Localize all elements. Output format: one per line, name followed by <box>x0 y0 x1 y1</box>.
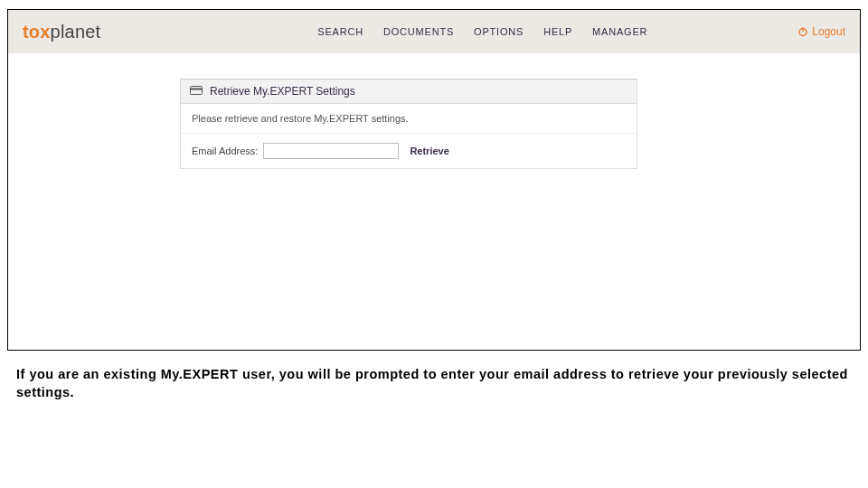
nav-search[interactable]: SEARCH <box>317 26 363 37</box>
panel-title: Retrieve My.EXPERT Settings <box>210 85 355 98</box>
retrieve-button[interactable]: Retrieve <box>410 145 448 156</box>
slide-caption: If you are an existing My.EXPERT user, y… <box>16 365 852 402</box>
app-frame: toxplanet SEARCH DOCUMENTS OPTIONS HELP … <box>7 9 861 351</box>
svg-rect-2 <box>191 87 203 95</box>
nav-options[interactable]: OPTIONS <box>474 26 524 37</box>
main-nav: SEARCH DOCUMENTS OPTIONS HELP MANAGER <box>317 26 647 37</box>
content-area: Retrieve My.EXPERT Settings Please retri… <box>8 53 860 169</box>
card-icon <box>190 85 203 98</box>
top-bar: toxplanet SEARCH DOCUMENTS OPTIONS HELP … <box>8 10 860 53</box>
brand-planet: planet <box>51 22 101 42</box>
nav-help[interactable]: HELP <box>543 26 572 37</box>
nav-manager[interactable]: MANAGER <box>592 26 647 37</box>
retrieve-settings-panel: Retrieve My.EXPERT Settings Please retri… <box>180 79 637 169</box>
email-field[interactable] <box>263 143 399 159</box>
power-icon <box>797 26 808 37</box>
brand-logo[interactable]: toxplanet <box>23 22 100 42</box>
logout-button[interactable]: Logout <box>797 25 845 38</box>
panel-form: Email Address: Retrieve <box>181 134 637 168</box>
brand-tox: tox <box>23 22 51 42</box>
svg-rect-3 <box>191 89 203 90</box>
panel-header: Retrieve My.EXPERT Settings <box>181 80 637 104</box>
logout-label: Logout <box>812 25 845 38</box>
email-label: Email Address: <box>192 145 258 156</box>
nav-documents[interactable]: DOCUMENTS <box>383 26 454 37</box>
panel-instruction: Please retrieve and restore My.EXPERT se… <box>181 104 637 134</box>
